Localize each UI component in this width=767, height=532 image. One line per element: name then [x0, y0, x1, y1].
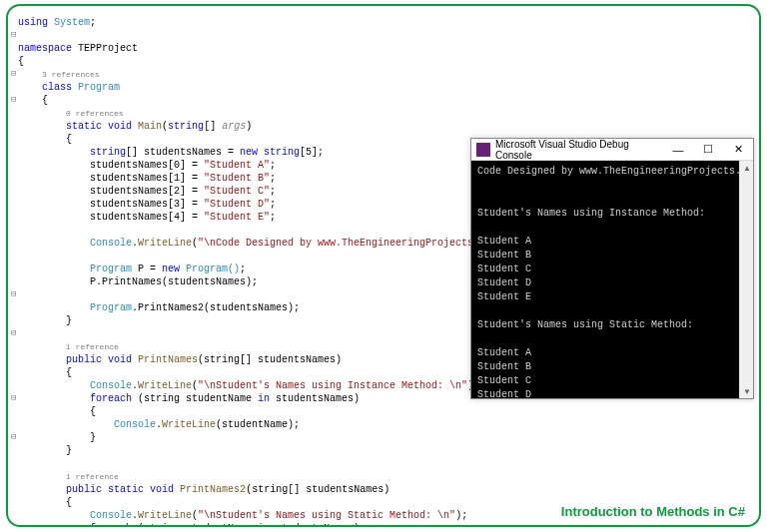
out-inst-a: Student A	[477, 236, 531, 247]
out-inst-d: Student D	[477, 277, 531, 288]
txt-pvar: P =	[132, 264, 162, 274]
kw-namespace: namespace	[18, 43, 72, 54]
out-inst-b: Student B	[477, 250, 531, 261]
out-inst-c: Student C	[477, 264, 531, 274]
console-title: Microsoft Visual Studio Debug Console	[495, 139, 663, 161]
str-e: "Student E"	[204, 212, 270, 223]
out-stat-a: Student A	[477, 347, 531, 358]
codelens-3refs[interactable]: 3 references	[42, 70, 100, 79]
footer-caption: Introduction to Methods in C#	[561, 504, 745, 519]
call-printnames: P.PrintNames(studentsNames);	[90, 276, 258, 287]
class-name: Program	[78, 82, 120, 93]
debug-console-window[interactable]: Microsoft Visual Studio Debug Console — …	[470, 138, 754, 399]
console-output[interactable]: Code Designed by www.TheEngineeringProje…	[471, 161, 739, 398]
codelens-1ref-a[interactable]: 1 reference	[66, 342, 119, 351]
ctor-program: Program()	[186, 264, 240, 274]
codelens-0refs[interactable]: 0 references	[66, 109, 124, 118]
foreach-sig: (string studentName	[132, 393, 258, 404]
scroll-down-icon[interactable]: ▼	[740, 384, 754, 398]
kw-public2: public	[66, 484, 102, 495]
out-line-stat-header: Student's Names using Static Method:	[477, 319, 693, 330]
kw-foreach2: foreach	[90, 523, 132, 527]
out-line-inst-header: Student's Names using Instance Method:	[477, 208, 705, 219]
maximize-button[interactable]: ☐	[693, 139, 723, 160]
cls-console4: Console	[90, 510, 132, 521]
kw-string3: string	[264, 147, 300, 158]
str-a: "Student A"	[204, 160, 270, 171]
str-c: "Student C"	[204, 186, 270, 197]
window-buttons: — ☐ ✕	[663, 139, 753, 160]
sig-printnames2: (string[] studentsNames)	[246, 484, 389, 495]
meth-writeline: WriteLine	[138, 238, 192, 249]
meth-writeline4: WriteLine	[138, 510, 192, 521]
cls-program: Program	[90, 264, 132, 274]
method-printnames: PrintNames	[138, 354, 198, 365]
method-main: Main	[138, 121, 162, 132]
assign-0: studentsNames[0] =	[90, 160, 204, 171]
kw-public: public	[66, 354, 102, 365]
console-scrollbar[interactable]: ▲ ▼	[739, 161, 753, 398]
assign-3: studentsNames[3] =	[90, 199, 204, 210]
kw-static2: static	[108, 484, 144, 495]
meth-writeline3: WriteLine	[162, 419, 216, 430]
cls-console3: Console	[114, 419, 156, 430]
foreach-sig2: (string studentName	[132, 523, 258, 527]
kw-using: using	[18, 17, 48, 28]
assign-1: studentsNames[1] =	[90, 173, 204, 184]
scroll-up-icon[interactable]: ▲	[740, 161, 754, 175]
kw-void: void	[108, 121, 132, 132]
sym-system: System	[54, 17, 90, 28]
kw-string2: string	[90, 147, 126, 158]
assign-4: studentsNames[4] =	[90, 212, 204, 223]
assign-2: studentsNames[2] =	[90, 186, 204, 197]
str-b: "Student B"	[204, 173, 270, 184]
out-stat-c: Student C	[477, 375, 531, 386]
cls-program2: Program	[90, 302, 132, 313]
minimize-button[interactable]: —	[663, 139, 693, 160]
kw-static: static	[66, 121, 102, 132]
str-static: "\nStudent's Names using Static Method: …	[198, 510, 455, 521]
str-d: "Student D"	[204, 199, 270, 210]
codelens-1ref-b[interactable]: 1 reference	[66, 472, 119, 481]
kw-class: class	[42, 82, 72, 93]
meth-writeline2: WriteLine	[138, 380, 192, 391]
out-inst-e: Student E	[477, 291, 531, 302]
out-stat-b: Student B	[477, 361, 531, 372]
kw-void3: void	[150, 484, 174, 495]
kw-new2: new	[162, 264, 180, 274]
kw-void2: void	[108, 354, 132, 365]
out-stat-d: Student D	[477, 389, 531, 398]
kw-in: in	[258, 393, 270, 404]
wl-var: (studentName);	[216, 419, 300, 430]
out-line-designed: Code Designed by www.TheEngineeringProje…	[477, 166, 739, 177]
cls-console2: Console	[90, 380, 132, 391]
namespace-name: TEPProject	[78, 43, 138, 54]
kw-new: new	[240, 147, 258, 158]
method-printnames2: PrintNames2	[180, 484, 246, 495]
param-args: args	[222, 121, 246, 132]
editor-frame: ⊟ ⊟ ⊟ ⊟ ⊟ ⊟ ⊟ using System; namespace TE…	[6, 4, 761, 527]
console-titlebar[interactable]: Microsoft Visual Studio Debug Console — …	[471, 139, 753, 161]
sig-printnames: (string[] studentsNames)	[198, 354, 342, 365]
str-instance: "\nStudent's Names using Instance Method…	[198, 380, 467, 391]
cls-console: Console	[90, 238, 132, 249]
foreach-end: studentsNames)	[270, 393, 360, 404]
vs-icon	[476, 143, 490, 157]
kw-string: string	[168, 121, 204, 132]
kw-in2: in	[258, 523, 270, 527]
close-button[interactable]: ✕	[723, 139, 753, 160]
kw-foreach: foreach	[90, 393, 132, 404]
call-printnames2: .PrintNames2(studentsNames);	[132, 302, 300, 313]
foreach-end2: studentsNames)	[270, 523, 360, 527]
